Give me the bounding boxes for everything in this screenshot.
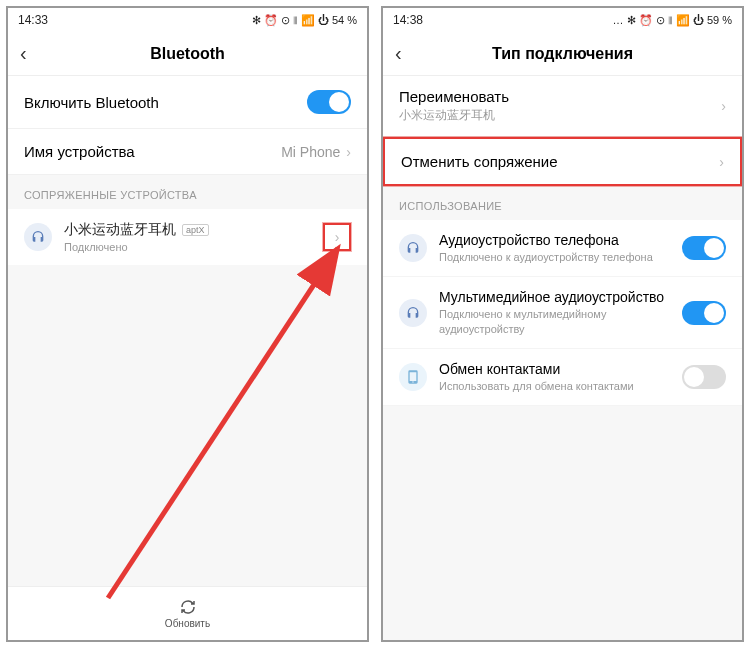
option-sub: Подключено к аудиоустройству телефона [439,250,670,264]
device-name: 小米运动蓝牙耳机 [64,221,176,239]
statusbar: 14:38 … ✻ ⏰ ⊙ ⫴ 📶 ⏻ 59 % [383,8,742,32]
chevron-right-icon: › [346,144,351,160]
device-name-value: Mi Phone [281,144,340,160]
option-title: Обмен контактами [439,361,670,377]
content: Переименовать 小米运动蓝牙耳机 › Отменить сопряж… [383,76,742,640]
option-sub: Использовать для обмена контактами [439,379,670,393]
row-device-name[interactable]: Имя устройства Mi Phone › [8,129,367,175]
status-time: 14:33 [18,13,48,27]
usage-section-title: ИСПОЛЬЗОВАНИЕ [383,186,742,220]
toggle-contacts[interactable] [682,365,726,389]
rename-sub: 小米运动蓝牙耳机 [399,107,509,124]
codec-badge: aptX [182,224,209,236]
headphones-icon [399,299,427,327]
toggle-phone-audio[interactable] [682,236,726,260]
phone-left: 14:33 ✻ ⏰ ⊙ ⫴ 📶 ⏻ 54 % ‹ Bluetooth Включ… [6,6,369,642]
refresh-label: Обновить [165,618,210,629]
option-contacts[interactable]: Обмен контактами Использовать для обмена… [383,349,742,406]
status-right: … ✻ ⏰ ⊙ ⫴ 📶 ⏻ 59 % [613,14,732,27]
refresh-button[interactable]: Обновить [8,586,367,640]
rename-label: Переименовать [399,88,509,105]
status-right: ✻ ⏰ ⊙ ⫴ 📶 ⏻ 54 % [252,14,357,27]
option-title: Мультимедийное аудиоустройство [439,289,670,305]
row-unpair[interactable]: Отменить сопряжение › [383,137,742,186]
chevron-right-icon: › [719,154,724,170]
paired-device-row[interactable]: 小米运动蓝牙耳机 aptX Подключено › [8,209,367,265]
back-button[interactable]: ‹ [395,42,402,65]
paired-section-title: СОПРЯЖЕННЫЕ УСТРОЙСТВА [8,175,367,209]
headphones-icon [24,223,52,251]
page-title: Bluetooth [150,45,225,63]
device-info: 小米运动蓝牙耳机 aptX Подключено [64,221,311,253]
status-icons: ✻ ⏰ ⊙ ⫴ 📶 ⏻ [252,14,329,27]
enable-label: Включить Bluetooth [24,94,159,111]
option-media-audio[interactable]: Мультимедийное аудиоустройство Подключен… [383,277,742,349]
toggle-media-audio[interactable] [682,301,726,325]
back-button[interactable]: ‹ [20,42,27,65]
device-name-label: Имя устройства [24,143,135,160]
option-title: Аудиоустройство телефона [439,232,670,248]
device-status: Подключено [64,241,311,253]
row-enable-bluetooth[interactable]: Включить Bluetooth [8,76,367,129]
content: Включить Bluetooth Имя устройства Mi Pho… [8,76,367,586]
header: ‹ Bluetooth [8,32,367,76]
phone-icon [399,363,427,391]
option-sub: Подключено к мультимедийному аудиоустрой… [439,307,670,336]
status-battery: 59 % [707,14,732,26]
bluetooth-toggle[interactable] [307,90,351,114]
row-rename[interactable]: Переименовать 小米运动蓝牙耳机 › [383,76,742,137]
headphones-icon [399,234,427,262]
status-icons: … ✻ ⏰ ⊙ ⫴ 📶 ⏻ [613,14,704,27]
statusbar: 14:33 ✻ ⏰ ⊙ ⫴ 📶 ⏻ 54 % [8,8,367,32]
status-battery: 54 % [332,14,357,26]
phone-right: 14:38 … ✻ ⏰ ⊙ ⫴ 📶 ⏻ 59 % ‹ Тип подключен… [381,6,744,642]
option-phone-audio[interactable]: Аудиоустройство телефона Подключено к ау… [383,220,742,277]
refresh-icon [179,598,197,616]
status-time: 14:38 [393,13,423,27]
device-detail-button[interactable]: › [323,223,351,251]
unpair-label: Отменить сопряжение [401,153,558,170]
header: ‹ Тип подключения [383,32,742,76]
chevron-right-icon: › [721,98,726,114]
page-title: Тип подключения [492,45,633,63]
